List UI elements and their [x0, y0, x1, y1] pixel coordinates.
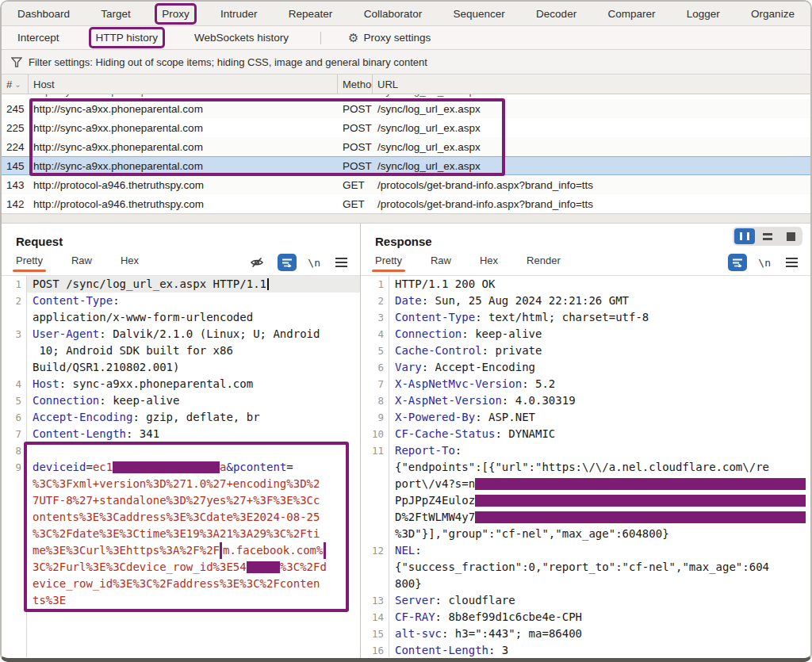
table-row-245[interactable]: 245http://sync-a9xx.phoneparental.comPOS… [2, 99, 810, 118]
response-tabs: PrettyRawHexRender \n [361, 250, 810, 276]
editor-line: 3User-Agent: Dalvik/2.1.0 (Linux; U; And… [2, 326, 360, 342]
editor-line: Build/QSR1.210802.001) [2, 359, 360, 376]
menu-icon[interactable] [782, 254, 801, 271]
editor-line: 4Connection: keep-alive [361, 326, 810, 342]
pretty-format-icon[interactable] [278, 254, 297, 271]
request-tab-pretty[interactable]: Pretty [16, 254, 43, 270]
editor-line: D%2FtWLMW4y7 [361, 509, 810, 526]
editor-line: 13Server: cloudflare [361, 592, 810, 609]
editor-line: {"endpoints":[{"url":"https:\/\/a.nel.cl… [361, 459, 810, 476]
menu-item-decoder[interactable]: Decoder [531, 6, 581, 22]
menu-item-target[interactable]: Target [96, 6, 136, 22]
table-row-225[interactable]: 225http://sync-a9xx.phoneparental.comPOS… [2, 118, 810, 137]
menu-item-sequencer[interactable]: Sequencer [449, 6, 510, 22]
request-title: Request [2, 233, 360, 250]
editor-line: 1HTTP/1.1 200 OK [361, 276, 810, 293]
columns-layout-button[interactable] [734, 228, 755, 244]
editor-line: 7Content-Length: 341 [2, 426, 360, 442]
editor-line: 1POST /sync/log_url_ex.aspx HTTP/1.1 [2, 276, 360, 293]
main-menubar: DashboardTargetProxyIntruderRepeaterColl… [2, 2, 810, 26]
editor-line: 6Accept-Encoding: gzip, deflate, br [2, 409, 360, 426]
editor-line: 16Content-Length: 3 [361, 642, 810, 657]
redaction-bar [247, 561, 280, 573]
menu-item-dashboard[interactable]: Dashboard [13, 6, 75, 22]
menu-item-comparer[interactable]: Comparer [603, 6, 660, 22]
editor-line: 9deviceid=ec1a&pcontent= [2, 459, 360, 476]
redaction-bar [113, 461, 220, 473]
request-tab-hex[interactable]: Hex [121, 254, 139, 270]
table-row-143[interactable]: 143http://protocol-a946.thetruthspy.comG… [2, 175, 810, 194]
request-tab-raw[interactable]: Raw [71, 254, 92, 270]
editor-line: evice_row_id%3E%3C%2Faddress%3E%3C%2Fcon… [2, 576, 360, 592]
subtab-intercept[interactable]: Intercept [13, 29, 64, 46]
single-layout-button[interactable] [780, 228, 801, 244]
menu-item-proxy[interactable]: Proxy [157, 6, 194, 22]
column-header-[interactable]: #⌄ [2, 75, 29, 94]
editor-line: 9X-Powered-By: ASP.NET [361, 409, 810, 426]
newline-icon[interactable]: \n [308, 257, 320, 269]
menu-item-organize[interactable]: Organize [746, 6, 799, 22]
table-row-142[interactable]: 142http://protocol-a946.thetruthspy.comG… [2, 194, 810, 213]
hide-icon[interactable] [247, 254, 266, 271]
column-header-url[interactable]: URL [373, 75, 810, 94]
editor-line: 8X-AspNet-Version: 4.0.30319 [361, 392, 810, 409]
burp-suite-window: DashboardTargetProxyIntruderRepeaterColl… [0, 0, 812, 662]
horizontal-splitter[interactable] [2, 213, 810, 224]
response-panel: Response PrettyRawHexRender \n [360, 224, 810, 662]
request-panel: Request PrettyRawHex [2, 224, 360, 662]
sort-icon: ⌄ [14, 80, 21, 89]
editor-line: 15alt-svc: h3=":443"; ma=86400 [361, 626, 810, 642]
editor-line: 10; Android SDK built for x86 [2, 342, 360, 359]
pretty-format-icon[interactable] [728, 254, 747, 271]
editor-line: 3C%2Furl%3E%3Cdevice_row_id%3E54%3C%2Fd [2, 559, 360, 576]
funnel-icon [11, 57, 22, 67]
editor-line: 7X-AspNetMvc-Version: 5.2 [361, 376, 810, 392]
editor-line: port\/v4?s=n [361, 476, 810, 492]
proxy-settings-label: Proxy settings [364, 32, 431, 44]
redaction-bar [475, 495, 806, 507]
proxy-subtabs: InterceptHTTP historyWebSockets history … [2, 26, 810, 50]
filter-settings-label: Filter settings: Hiding out of scope ite… [29, 56, 427, 68]
newline-icon[interactable]: \n [758, 257, 771, 269]
editor-line: %3C%2Fdate%3E%3Ctime%3E19%3A21%3A29%3C%2… [2, 526, 360, 542]
rows-layout-button[interactable] [757, 228, 778, 244]
editor-line: 2Content-Type: [2, 293, 360, 309]
http-history-table: #⌄HostMethodURL http://sync-a9xx.phonepa… [2, 75, 810, 213]
table-body: 245http://sync-a9xx.phoneparental.comPOS… [2, 99, 810, 213]
text-cursor [267, 278, 269, 290]
table-row-145[interactable]: 145http://sync-a9xx.phoneparental.comPOS… [2, 156, 810, 175]
request-editor[interactable]: 1POST /sync/log_url_ex.aspx HTTP/1.12Con… [2, 276, 360, 657]
editor-line: ts%3E [2, 592, 360, 609]
menu-item-intruder[interactable]: Intruder [216, 6, 262, 22]
gear-icon: ⚙ [348, 32, 358, 44]
response-tab-render[interactable]: Render [527, 254, 561, 270]
editor-line: 14CF-RAY: 8b8ef99d1c6cbe4e-CPH [361, 609, 810, 626]
editor-line: {"success_fraction":0,"report_to":"cf-ne… [361, 559, 810, 576]
editor-line: 5Cache-Control: private [361, 342, 810, 359]
filter-settings-bar[interactable]: Filter settings: Hiding out of scope ite… [2, 50, 810, 75]
table-row-224[interactable]: 224http://sync-a9xx.phoneparental.comPOS… [2, 137, 810, 156]
menu-item-collaborator[interactable]: Collaborator [359, 6, 427, 22]
redaction-bar [475, 511, 806, 523]
annotation-box-facebook-url: m.facebook.com% [220, 542, 326, 559]
redaction-bar [475, 478, 806, 490]
subtab-http-history[interactable]: HTTP history [91, 29, 163, 46]
table-header[interactable]: #⌄HostMethodURL [2, 75, 810, 94]
menu-item-logger[interactable]: Logger [682, 6, 725, 22]
editor-line: 11Report-To: [361, 442, 810, 459]
menu-item-repeater[interactable]: Repeater [284, 6, 338, 22]
menu-icon[interactable] [331, 254, 350, 271]
response-tab-hex[interactable]: Hex [480, 254, 498, 270]
response-tab-raw[interactable]: Raw [431, 254, 451, 270]
editor-line: 12NEL: [361, 542, 810, 559]
subtab-websockets-history[interactable]: WebSockets history [190, 29, 293, 46]
column-header-host[interactable]: Host [29, 75, 338, 94]
response-tab-pretty[interactable]: Pretty [375, 254, 402, 270]
editor-line: 10CF-Cache-Status: DYNAMIC [361, 426, 810, 442]
proxy-settings-button[interactable]: ⚙ Proxy settings [348, 32, 431, 44]
editor-line: 2Date: Sun, 25 Aug 2024 22:21:26 GMT [361, 293, 810, 309]
editor-line: %3D"}],"group":"cf-nel","max_age":604800… [361, 526, 810, 542]
column-header-method[interactable]: Method [338, 75, 373, 94]
response-editor[interactable]: 1HTTP/1.1 200 OK2Date: Sun, 25 Aug 2024 … [361, 276, 810, 657]
editor-line: 800} [361, 576, 810, 592]
